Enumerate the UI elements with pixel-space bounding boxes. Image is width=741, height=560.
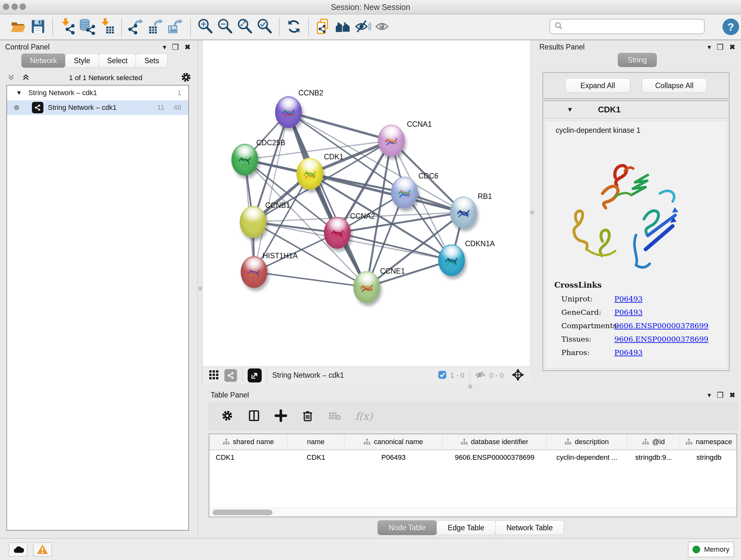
birdseye-view-icon[interactable] xyxy=(208,369,219,381)
table-cell[interactable]: stringdb xyxy=(680,450,737,465)
table-cell[interactable]: P06493 xyxy=(344,450,443,465)
hide-selected-button[interactable] xyxy=(353,17,373,37)
memory-button[interactable]: Memory xyxy=(688,542,734,557)
expand-all-button[interactable]: Expand All xyxy=(565,78,630,93)
network-node-ccnb1[interactable] xyxy=(240,206,266,238)
table-horizontal-scrollbar[interactable] xyxy=(209,508,737,516)
network-node-ccna1[interactable] xyxy=(378,125,405,157)
open-in-new-window-icon[interactable] xyxy=(248,368,262,382)
table-cell[interactable]: stringdb:9... xyxy=(627,450,680,465)
add-column-icon[interactable] xyxy=(274,409,287,424)
delete-table-icon[interactable] xyxy=(328,410,342,423)
import-network-button[interactable] xyxy=(57,17,77,37)
zoom-fit-button[interactable] xyxy=(235,17,255,37)
column-header--id[interactable]: @id xyxy=(627,434,680,449)
zoom-in-button[interactable] xyxy=(195,17,215,37)
network-edge[interactable] xyxy=(254,112,288,272)
table-cell[interactable]: cyclin-dependent ... xyxy=(547,450,627,465)
table-settings-gear-icon[interactable] xyxy=(220,409,234,424)
network-canvas[interactable]: CCNB2 CCNA1 CDC25B CDK1 CDC6 RB1CCNB1 xyxy=(202,40,530,367)
hidden-eye-slash-icon[interactable] xyxy=(475,370,486,381)
network-edge[interactable] xyxy=(288,112,391,140)
tree-expanded-icon[interactable]: ▼ xyxy=(16,89,22,97)
left-splitter-handle[interactable] xyxy=(198,287,202,291)
collapse-all-icon[interactable] xyxy=(6,72,17,83)
tab-select[interactable]: Select xyxy=(98,54,136,68)
delete-column-trash-icon[interactable] xyxy=(301,409,314,424)
column-header-description[interactable]: description xyxy=(547,434,627,449)
zoom-selected-button[interactable] xyxy=(255,17,274,37)
network-row[interactable]: String Network – cdk1 11 48 xyxy=(7,100,188,115)
table-cell[interactable]: CDK1 xyxy=(209,450,287,465)
first-neighbors-button[interactable] xyxy=(333,17,353,37)
refresh-button[interactable] xyxy=(284,17,304,37)
expand-all-icon[interactable] xyxy=(20,72,31,83)
network-node-ccna2[interactable] xyxy=(324,217,351,249)
panel-collapse-icon[interactable]: ▾ xyxy=(708,391,711,399)
table-cell[interactable]: CDK1 xyxy=(287,450,344,465)
open-session-button[interactable] xyxy=(8,17,28,37)
crosslink-link[interactable]: P06493 xyxy=(614,308,643,316)
network-node-cdc25b[interactable] xyxy=(231,144,258,176)
crosslink-link[interactable]: 9606.ENSP00000378699 xyxy=(614,321,709,330)
network-node-ccne1[interactable] xyxy=(353,271,380,303)
panel-close-icon[interactable]: ✖ xyxy=(185,43,191,51)
node-details-header[interactable]: ▼ CDK1 xyxy=(543,101,729,119)
import-network-database-button[interactable] xyxy=(77,17,97,37)
column-header-database-identifier[interactable]: database identifier xyxy=(443,434,547,449)
selected-checkbox-icon[interactable] xyxy=(437,370,447,381)
network-node-cdk1[interactable] xyxy=(296,158,323,190)
show-columns-icon[interactable] xyxy=(247,409,261,424)
tab-node-table[interactable]: Node Table xyxy=(378,520,437,535)
zoom-out-button[interactable] xyxy=(215,17,235,37)
network-from-selection-button[interactable] xyxy=(313,17,333,37)
tab-edge-table[interactable]: Edge Table xyxy=(436,520,495,535)
network-node-rb1[interactable] xyxy=(450,196,477,228)
network-edge[interactable] xyxy=(288,112,367,287)
help-button[interactable]: ? xyxy=(723,18,739,35)
panel-float-icon[interactable]: ❒ xyxy=(717,43,724,52)
tab-network-table[interactable]: Network Table xyxy=(495,520,564,535)
import-table-button[interactable] xyxy=(97,17,117,37)
show-hidden-button[interactable] xyxy=(373,17,393,37)
export-image-button[interactable] xyxy=(166,17,186,37)
tab-network[interactable]: Network xyxy=(21,54,65,68)
column-header-shared-name[interactable]: shared name xyxy=(209,434,287,449)
crosslink-link[interactable]: P06493 xyxy=(614,295,643,303)
collapse-entry-icon[interactable]: ▼ xyxy=(567,106,573,113)
network-node-hist1h1a[interactable] xyxy=(241,256,267,288)
export-network-button[interactable] xyxy=(126,17,146,37)
network-node-cdc6[interactable] xyxy=(391,177,418,208)
right-splitter-handle[interactable] xyxy=(530,210,534,214)
save-session-button[interactable] xyxy=(28,17,48,37)
network-node-ccnb2[interactable] xyxy=(275,96,302,128)
crosslink-link[interactable]: P06493 xyxy=(614,348,643,357)
panel-float-icon[interactable]: ❒ xyxy=(717,391,724,400)
warning-status-button[interactable] xyxy=(33,543,52,557)
tab-string[interactable]: String xyxy=(618,53,657,67)
function-builder-icon[interactable]: f(x) xyxy=(355,410,373,422)
node-table[interactable]: shared namenamecanonical namedatabase id… xyxy=(209,434,737,517)
bottom-splitter-handle[interactable] xyxy=(468,384,472,388)
table-row[interactable]: CDK1CDK1P064939606.ENSP00000378699cyclin… xyxy=(209,450,737,465)
export-table-button[interactable] xyxy=(146,17,166,37)
network-options-gear-icon[interactable] xyxy=(180,71,192,84)
panel-collapse-icon[interactable]: ▾ xyxy=(708,43,711,51)
cloud-status-button[interactable] xyxy=(9,543,27,557)
network-edge[interactable] xyxy=(254,272,367,287)
panel-close-icon[interactable]: ✖ xyxy=(730,43,735,51)
scrollbar-thumb[interactable] xyxy=(212,509,273,515)
crosslink-link[interactable]: 9606.ENSP00000378699 xyxy=(614,335,709,343)
collapse-all-button[interactable]: Collapse All xyxy=(642,78,707,93)
panel-close-icon[interactable]: ✖ xyxy=(730,391,735,399)
table-cell[interactable]: 9606.ENSP00000378699 xyxy=(443,450,547,465)
tab-style[interactable]: Style xyxy=(65,54,98,68)
tab-sets[interactable]: Sets xyxy=(136,54,167,68)
fit-content-crosshair-icon[interactable] xyxy=(511,368,525,383)
string-badge-icon[interactable] xyxy=(224,369,237,382)
column-header-canonical-name[interactable]: canonical name xyxy=(344,434,443,449)
search-input[interactable] xyxy=(563,22,697,30)
column-header-name[interactable]: name xyxy=(287,434,344,449)
panel-collapse-icon[interactable]: ▾ xyxy=(163,43,166,51)
network-node-cdkn1a[interactable] xyxy=(438,244,465,276)
